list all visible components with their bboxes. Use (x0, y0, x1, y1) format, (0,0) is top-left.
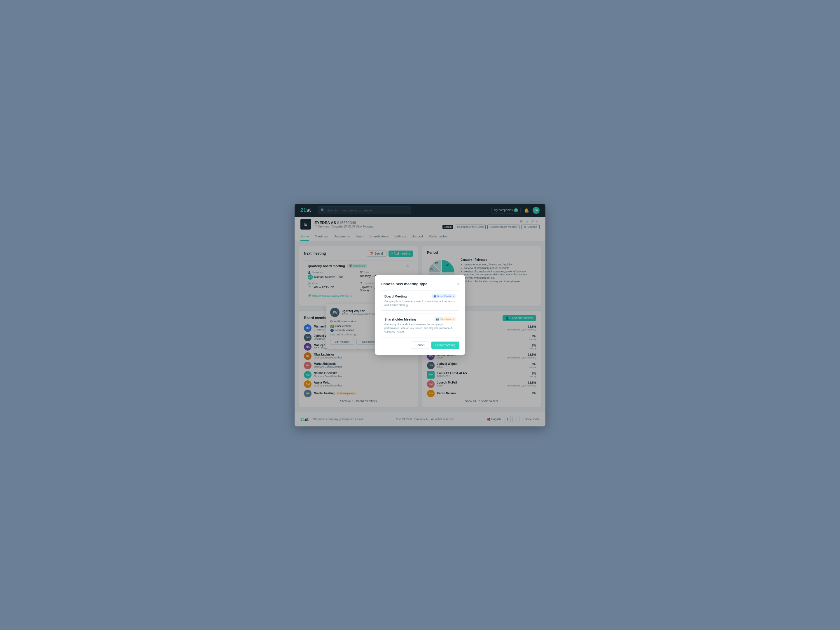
board-tag-icon: 👥 (433, 295, 436, 297)
modal-overlay[interactable]: Choose new meeting type × Board Meeting … (295, 204, 545, 426)
modal-close-button[interactable]: × (457, 281, 459, 286)
choose-meeting-modal: Choose new meeting type × Board Meeting … (375, 275, 465, 355)
shareholder-meeting-header: Shareholder Meeting 👥 Shareholders (384, 317, 456, 321)
modal-title: Choose new meeting type (381, 282, 427, 286)
create-meeting-button[interactable]: Create meeting (431, 341, 459, 349)
shareholder-meeting-desc: Gathering of shareholders to review the … (384, 322, 456, 334)
board-meeting-name: Board Meeting (384, 295, 407, 298)
shareholder-meeting-name: Shareholder Meeting (384, 317, 416, 321)
modal-footer: Cancel Create meeting (381, 341, 459, 349)
shareholder-meeting-option[interactable]: Shareholder Meeting 👥 Shareholders Gathe… (381, 314, 459, 338)
shareholders-tag-icon: 👥 (436, 318, 439, 321)
board-meeting-header: Board Meeting 👥 Board Members (384, 294, 456, 298)
cancel-button[interactable]: Cancel (411, 341, 429, 349)
board-members-tag: 👥 Board Members (432, 294, 456, 298)
modal-header: Choose new meeting type × (381, 281, 459, 286)
shareholders-tag: 👥 Shareholders (434, 317, 456, 321)
board-meeting-option[interactable]: Board Meeting 👥 Board Members Company bo… (381, 291, 459, 311)
board-meeting-desc: Company board members meet to make impor… (384, 300, 456, 307)
